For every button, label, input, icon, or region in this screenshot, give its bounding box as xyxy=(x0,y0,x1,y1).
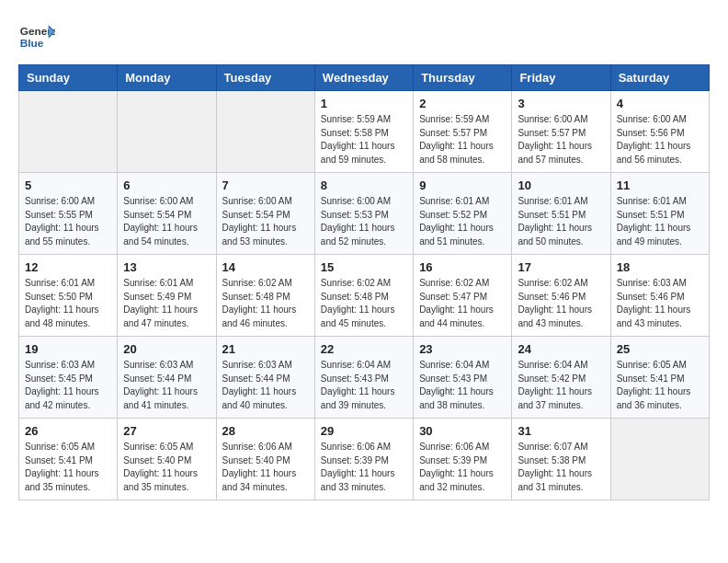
day-number: 28 xyxy=(222,424,309,438)
calendar-cell: 27Sunrise: 6:05 AMSunset: 5:40 PMDayligh… xyxy=(118,419,216,500)
calendar-body: 1Sunrise: 5:59 AMSunset: 5:58 PMDaylight… xyxy=(19,91,710,500)
day-info: Sunrise: 6:03 AMSunset: 5:44 PMDaylight:… xyxy=(123,359,210,412)
day-info: Sunrise: 6:03 AMSunset: 5:46 PMDaylight:… xyxy=(617,277,703,330)
day-info: Sunrise: 6:01 AMSunset: 5:52 PMDaylight:… xyxy=(419,195,506,248)
calendar-table: SundayMondayTuesdayWednesdayThursdayFrid… xyxy=(18,64,710,500)
day-info: Sunrise: 6:02 AMSunset: 5:48 PMDaylight:… xyxy=(222,277,309,330)
calendar-cell: 1Sunrise: 5:59 AMSunset: 5:58 PMDaylight… xyxy=(314,91,413,173)
day-info: Sunrise: 6:07 AMSunset: 5:38 PMDaylight:… xyxy=(518,441,604,494)
calendar-cell xyxy=(216,91,314,173)
calendar-cell: 20Sunrise: 6:03 AMSunset: 5:44 PMDayligh… xyxy=(118,337,216,419)
calendar-cell: 15Sunrise: 6:02 AMSunset: 5:48 PMDayligh… xyxy=(314,255,413,337)
day-number: 14 xyxy=(222,260,309,274)
day-number: 11 xyxy=(617,178,703,192)
day-info: Sunrise: 6:00 AMSunset: 5:57 PMDaylight:… xyxy=(518,113,604,167)
day-info: Sunrise: 6:04 AMSunset: 5:42 PMDaylight:… xyxy=(518,359,604,412)
day-number: 9 xyxy=(419,178,506,192)
calendar-cell: 11Sunrise: 6:01 AMSunset: 5:51 PMDayligh… xyxy=(610,173,709,255)
day-number: 3 xyxy=(518,97,604,110)
day-info: Sunrise: 6:06 AMSunset: 5:40 PMDaylight:… xyxy=(222,441,309,494)
weekday-header-row: SundayMondayTuesdayWednesdayThursdayFrid… xyxy=(19,65,710,91)
day-number: 2 xyxy=(419,97,506,110)
day-number: 22 xyxy=(321,342,407,356)
day-number: 20 xyxy=(123,342,210,356)
day-info: Sunrise: 6:05 AMSunset: 5:41 PMDaylight:… xyxy=(617,359,703,412)
day-number: 8 xyxy=(321,178,407,192)
calendar-cell: 16Sunrise: 6:02 AMSunset: 5:47 PMDayligh… xyxy=(414,255,512,337)
calendar-week-5: 26Sunrise: 6:05 AMSunset: 5:41 PMDayligh… xyxy=(19,419,710,500)
day-info: Sunrise: 6:02 AMSunset: 5:46 PMDaylight:… xyxy=(518,277,604,330)
day-info: Sunrise: 6:01 AMSunset: 5:51 PMDaylight:… xyxy=(518,195,604,248)
calendar-cell: 30Sunrise: 6:06 AMSunset: 5:39 PMDayligh… xyxy=(414,419,512,500)
day-number: 19 xyxy=(25,342,111,356)
logo-icon: General Blue xyxy=(18,18,55,55)
day-number: 30 xyxy=(419,424,506,438)
weekday-monday: Monday xyxy=(118,65,216,91)
svg-text:Blue: Blue xyxy=(20,37,44,50)
day-number: 12 xyxy=(25,260,111,274)
day-info: Sunrise: 6:01 AMSunset: 5:49 PMDaylight:… xyxy=(123,277,210,330)
day-info: Sunrise: 6:06 AMSunset: 5:39 PMDaylight:… xyxy=(419,441,506,494)
calendar-cell: 5Sunrise: 6:00 AMSunset: 5:55 PMDaylight… xyxy=(19,173,118,255)
day-number: 17 xyxy=(518,260,604,274)
day-number: 23 xyxy=(419,342,506,356)
calendar-cell: 14Sunrise: 6:02 AMSunset: 5:48 PMDayligh… xyxy=(216,255,314,337)
day-info: Sunrise: 6:04 AMSunset: 5:43 PMDaylight:… xyxy=(321,359,407,412)
calendar-cell: 7Sunrise: 6:00 AMSunset: 5:54 PMDaylight… xyxy=(216,173,314,255)
day-info: Sunrise: 6:02 AMSunset: 5:48 PMDaylight:… xyxy=(321,277,407,330)
calendar-week-2: 5Sunrise: 6:00 AMSunset: 5:55 PMDaylight… xyxy=(19,173,710,255)
day-number: 13 xyxy=(123,260,210,274)
weekday-wednesday: Wednesday xyxy=(314,65,413,91)
day-number: 25 xyxy=(617,342,703,356)
day-info: Sunrise: 6:00 AMSunset: 5:53 PMDaylight:… xyxy=(321,195,407,248)
day-info: Sunrise: 6:00 AMSunset: 5:56 PMDaylight:… xyxy=(617,113,703,167)
day-info: Sunrise: 6:06 AMSunset: 5:39 PMDaylight:… xyxy=(321,441,407,494)
calendar-cell: 3Sunrise: 6:00 AMSunset: 5:57 PMDaylight… xyxy=(512,91,610,173)
calendar-cell xyxy=(19,91,118,173)
calendar-cell: 28Sunrise: 6:06 AMSunset: 5:40 PMDayligh… xyxy=(216,419,314,500)
calendar-cell: 21Sunrise: 6:03 AMSunset: 5:44 PMDayligh… xyxy=(216,337,314,419)
calendar-week-3: 12Sunrise: 6:01 AMSunset: 5:50 PMDayligh… xyxy=(19,255,710,337)
calendar-cell: 17Sunrise: 6:02 AMSunset: 5:46 PMDayligh… xyxy=(512,255,610,337)
day-number: 27 xyxy=(123,424,210,438)
day-number: 1 xyxy=(321,97,407,110)
calendar-cell: 9Sunrise: 6:01 AMSunset: 5:52 PMDaylight… xyxy=(414,173,512,255)
calendar-cell: 23Sunrise: 6:04 AMSunset: 5:43 PMDayligh… xyxy=(414,337,512,419)
calendar-cell: 19Sunrise: 6:03 AMSunset: 5:45 PMDayligh… xyxy=(19,337,118,419)
day-info: Sunrise: 5:59 AMSunset: 5:58 PMDaylight:… xyxy=(321,113,407,167)
calendar-cell: 31Sunrise: 6:07 AMSunset: 5:38 PMDayligh… xyxy=(512,419,610,500)
logo: General Blue xyxy=(18,18,59,55)
weekday-friday: Friday xyxy=(512,65,610,91)
day-number: 4 xyxy=(617,97,703,110)
day-info: Sunrise: 6:03 AMSunset: 5:45 PMDaylight:… xyxy=(25,359,111,412)
calendar-cell: 25Sunrise: 6:05 AMSunset: 5:41 PMDayligh… xyxy=(610,337,709,419)
calendar-cell: 2Sunrise: 5:59 AMSunset: 5:57 PMDaylight… xyxy=(414,91,512,173)
calendar-cell: 4Sunrise: 6:00 AMSunset: 5:56 PMDaylight… xyxy=(610,91,709,173)
day-number: 15 xyxy=(321,260,407,274)
weekday-tuesday: Tuesday xyxy=(216,65,314,91)
day-number: 26 xyxy=(25,424,111,438)
day-info: Sunrise: 6:01 AMSunset: 5:50 PMDaylight:… xyxy=(25,277,111,330)
day-number: 31 xyxy=(518,424,604,438)
day-number: 29 xyxy=(321,424,407,438)
calendar-cell: 10Sunrise: 6:01 AMSunset: 5:51 PMDayligh… xyxy=(512,173,610,255)
calendar-cell: 13Sunrise: 6:01 AMSunset: 5:49 PMDayligh… xyxy=(118,255,216,337)
calendar-week-1: 1Sunrise: 5:59 AMSunset: 5:58 PMDaylight… xyxy=(19,91,710,173)
day-info: Sunrise: 6:00 AMSunset: 5:55 PMDaylight:… xyxy=(25,195,111,248)
day-info: Sunrise: 6:02 AMSunset: 5:47 PMDaylight:… xyxy=(419,277,506,330)
calendar-cell: 8Sunrise: 6:00 AMSunset: 5:53 PMDaylight… xyxy=(314,173,413,255)
day-info: Sunrise: 6:03 AMSunset: 5:44 PMDaylight:… xyxy=(222,359,309,412)
day-number: 10 xyxy=(518,178,604,192)
calendar-cell xyxy=(610,419,709,500)
day-info: Sunrise: 6:04 AMSunset: 5:43 PMDaylight:… xyxy=(419,359,506,412)
day-info: Sunrise: 5:59 AMSunset: 5:57 PMDaylight:… xyxy=(419,113,506,167)
calendar-week-4: 19Sunrise: 6:03 AMSunset: 5:45 PMDayligh… xyxy=(19,337,710,419)
day-number: 18 xyxy=(617,260,703,274)
day-number: 24 xyxy=(518,342,604,356)
page-header: General Blue xyxy=(18,18,710,55)
calendar-cell: 6Sunrise: 6:00 AMSunset: 5:54 PMDaylight… xyxy=(118,173,216,255)
weekday-saturday: Saturday xyxy=(610,65,709,91)
calendar-cell: 12Sunrise: 6:01 AMSunset: 5:50 PMDayligh… xyxy=(19,255,118,337)
day-info: Sunrise: 6:01 AMSunset: 5:51 PMDaylight:… xyxy=(617,195,703,248)
day-info: Sunrise: 6:05 AMSunset: 5:40 PMDaylight:… xyxy=(123,441,210,494)
